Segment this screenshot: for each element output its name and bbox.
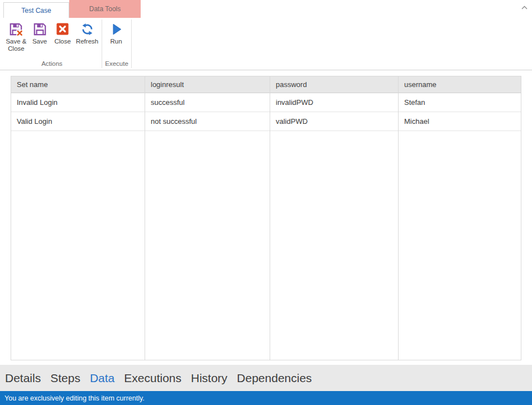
run-button[interactable]: Run xyxy=(104,19,128,58)
column-loginresult: loginresult successful not successful xyxy=(145,76,270,360)
grid-cell[interactable]: successful xyxy=(145,93,270,112)
group-label-actions: Actions xyxy=(4,59,99,69)
grid-cell[interactable]: Stefan xyxy=(399,93,521,112)
close-button[interactable]: Close xyxy=(51,19,74,58)
button-label: Refresh xyxy=(76,38,98,45)
chevron-up-icon xyxy=(521,6,528,10)
status-bar: You are exclusively editing this item cu… xyxy=(0,391,532,405)
ribbon-tab-strip: Test Case Data Tools xyxy=(0,0,532,18)
column-header-username[interactable]: username xyxy=(399,76,521,93)
group-label-execute: Execute xyxy=(104,59,129,69)
tab-dependencies[interactable]: Dependencies xyxy=(237,372,311,385)
save-close-icon xyxy=(8,21,24,37)
data-grid: Set name Invalid Login Valid Login login… xyxy=(11,76,521,360)
grid-cell[interactable]: validPWD xyxy=(270,112,398,131)
column-header-password[interactable]: password xyxy=(270,76,398,93)
ribbon-group-execute-buttons: Run xyxy=(104,19,129,59)
tab-steps[interactable]: Steps xyxy=(50,372,80,385)
ribbon-group-actions: Save & Close Save xyxy=(2,18,102,70)
refresh-icon xyxy=(79,21,95,37)
grid-cell[interactable]: Michael xyxy=(399,112,521,131)
close-icon xyxy=(55,21,70,37)
grid-cell[interactable]: not successful xyxy=(145,112,270,131)
tab-test-case[interactable]: Test Case xyxy=(3,2,69,18)
bottom-tab-bar: Details Steps Data Executions History De… xyxy=(0,365,532,391)
status-message: You are exclusively editing this item cu… xyxy=(4,394,145,402)
grid-cell[interactable]: Invalid Login xyxy=(11,93,145,112)
tab-executions[interactable]: Executions xyxy=(124,372,181,385)
refresh-button[interactable]: Refresh xyxy=(75,19,99,58)
tab-details[interactable]: Details xyxy=(5,372,41,385)
ribbon: Save & Close Save xyxy=(0,18,532,70)
ribbon-group-execute: Run Execute xyxy=(102,18,131,70)
grid-cell[interactable]: invalidPWD xyxy=(270,93,398,112)
tab-data[interactable]: Data xyxy=(90,372,114,385)
group-separator xyxy=(131,20,132,68)
save-icon xyxy=(32,21,47,37)
button-label: Run xyxy=(110,38,122,45)
column-password: password invalidPWD validPWD xyxy=(270,76,399,360)
save-button[interactable]: Save xyxy=(29,19,50,58)
column-set-name: Set name Invalid Login Valid Login xyxy=(11,76,145,360)
column-username: username Stefan Michael xyxy=(399,76,521,360)
tab-history[interactable]: History xyxy=(191,372,227,385)
button-label: Close xyxy=(54,38,70,45)
button-label: Save xyxy=(32,38,47,45)
grid-cell[interactable]: Valid Login xyxy=(11,112,145,131)
column-header-loginresult[interactable]: loginresult xyxy=(145,76,270,93)
run-icon xyxy=(108,21,124,37)
button-label: Save & Close xyxy=(4,38,28,52)
tab-data-tools[interactable]: Data Tools xyxy=(69,0,141,18)
ribbon-group-actions-buttons: Save & Close Save xyxy=(4,19,99,59)
save-and-close-button[interactable]: Save & Close xyxy=(4,19,28,58)
collapse-ribbon-button[interactable] xyxy=(520,3,529,12)
column-header-set-name[interactable]: Set name xyxy=(11,76,145,93)
